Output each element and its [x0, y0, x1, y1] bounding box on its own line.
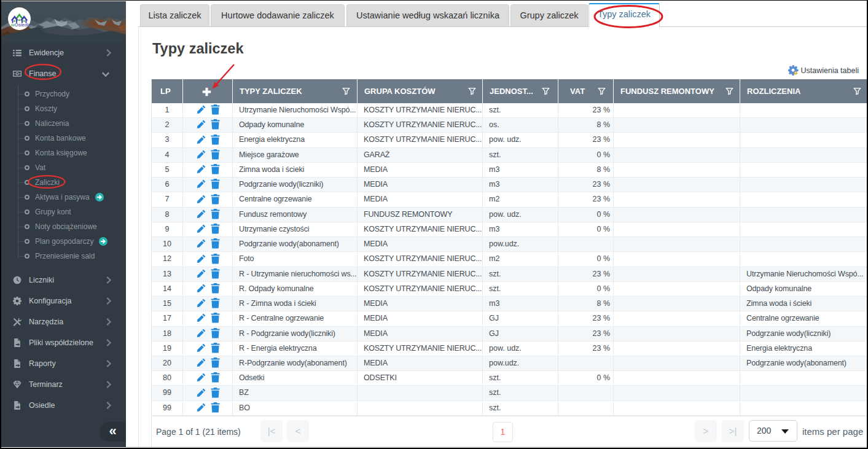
svg-text:Osiedle: Osiedle	[15, 22, 31, 28]
